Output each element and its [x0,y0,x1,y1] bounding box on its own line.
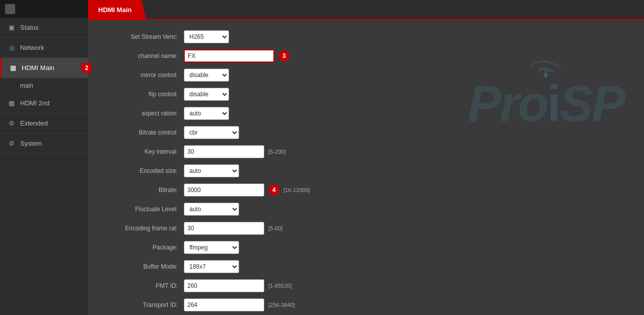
globe-icon: ◎ [7,44,16,51]
bitrate-input[interactable] [184,183,264,197]
sidebar-item-extended[interactable]: ⚙ Extended [0,113,88,134]
sidebar-sub-main[interactable]: main [0,78,88,93]
encoded-size-select[interactable]: auto 1920x1080 1280x720 [184,164,239,177]
key-interval-label: Key interval: [103,148,184,155]
display-icon: ▩ [7,99,16,107]
transport-id-input[interactable] [184,298,264,311]
monitor-icon: ▣ [7,24,16,31]
flip-control-select[interactable]: disable enable [184,88,229,101]
pmt-id-row: PMT ID: [1-65535] [103,279,629,292]
sidebar-logo [0,0,88,18]
aspect-ration-label: aspect ration: [103,110,184,117]
sidebar-item-hdmi-2nd[interactable]: ▩ HDMI 2nd [0,93,88,113]
bitrate-row: Bitrate: 4 [16-12000] [103,183,629,197]
fluctuate-level-row: Fluctuate Level: auto low medium high [103,203,629,216]
bitrate-label: Bitrate: [103,186,184,194]
mirror-control-select[interactable]: disable enable [184,69,229,82]
sidebar-item-label: Status [20,24,39,31]
pmt-id-label: PMT ID: [103,282,184,289]
watermark-text: ProiSP [468,78,624,129]
set-stream-venc-label: Set Stream Venc: [103,33,184,40]
encoded-size-label: Encoded size: [103,167,184,174]
bitrate-control-label: Bitrate control: [103,129,184,136]
buffer-mode-select[interactable]: 188x7 188x14 [184,260,239,273]
aspect-ration-select[interactable]: auto 4:3 16:9 [184,107,229,120]
aspect-ration-row: aspect ration: auto 4:3 16:9 [103,107,629,120]
sidebar-item-label: HDMI Main [22,64,54,72]
transport-id-label: Transport ID: [103,301,184,308]
encoding-frame-rat-row: Encoding frame rat: [5-60] [103,222,629,235]
sidebar-item-status[interactable]: ▣ Status [0,18,88,38]
sidebar: ▣ Status ◎ Network ▩ HDMI Main 2 main ▩ … [0,0,88,315]
channel-name-badge: 3 [278,50,290,61]
channel-name-input[interactable] [184,49,274,62]
mirror-control-label: mirror control: [103,72,184,79]
channel-name-label: channel name: [103,52,184,59]
buffer-mode-label: Buffer Mode: [103,263,184,270]
key-interval-row: Key interval: [5-200] [103,145,629,158]
sidebar-item-hdmi-main[interactable]: ▩ HDMI Main 2 [0,58,88,78]
sidebar-item-label: HDMI 2nd [20,99,50,107]
bitrate-control-select[interactable]: cbr vbr [184,126,239,139]
set-stream-venc-row: Set Stream Venc: H265 H264 [103,30,629,43]
logo-icon [5,4,15,14]
fluctuate-level-select[interactable]: auto low medium high [184,203,239,216]
sidebar-item-system[interactable]: ⚙ System [0,134,88,154]
package-select[interactable]: ffmpeg other [184,241,239,254]
sidebar-item-label: System [20,140,42,147]
sidebar-item-label: Extended [20,119,48,127]
package-row: Package: ffmpeg other [103,241,629,254]
sub-item-label: main [20,82,33,89]
pmt-id-input[interactable] [184,279,264,292]
buffer-mode-row: Buffer Mode: 188x7 188x14 [103,260,629,273]
form-area: ProiSP Set Stream Venc: H265 H264 channe… [88,20,644,315]
set-stream-venc-select[interactable]: H265 H264 [184,30,229,43]
main-content: HDMI Main ProiSP Set Stream Venc: H265 [88,0,644,315]
pmt-id-range: [1-65535] [268,283,292,289]
tab-header: HDMI Main [88,0,644,20]
flip-control-label: flip control: [103,91,184,98]
key-interval-input[interactable] [184,145,264,158]
key-interval-range: [5-200] [268,149,285,155]
package-label: Package: [103,244,184,251]
mirror-control-row: mirror control: disable enable [103,69,629,82]
display-icon: ▩ [9,64,18,72]
transport-id-row: Transport ID: [256-3840] [103,298,629,311]
gear-icon: ⚙ [7,140,16,147]
hdmi-main-badge: 2 [81,62,92,74]
gear-icon: ⚙ [7,119,16,127]
encoded-size-row: Encoded size: auto 1920x1080 1280x720 [103,164,629,177]
transport-id-range: [256-3840] [268,302,295,308]
fluctuate-level-label: Fluctuate Level: [103,206,184,213]
sidebar-item-label: Network [20,44,44,51]
encoding-frame-rat-label: Encoding frame rat: [103,225,184,232]
bitrate-badge: 4 [268,184,279,196]
encoding-frame-rat-input[interactable] [184,222,264,235]
sidebar-item-network[interactable]: ◎ Network [0,38,88,58]
tab-label: HDMI Main [98,6,131,14]
bitrate-control-row: Bitrate control: cbr vbr [103,126,629,139]
bitrate-range: [16-12000] [283,187,310,193]
flip-control-row: flip control: disable enable [103,88,629,101]
encoding-frame-rat-range: [5-60] [268,225,282,231]
tab-hdmi-main[interactable]: HDMI Main [88,0,141,19]
channel-name-row: channel name: 3 [103,49,629,62]
